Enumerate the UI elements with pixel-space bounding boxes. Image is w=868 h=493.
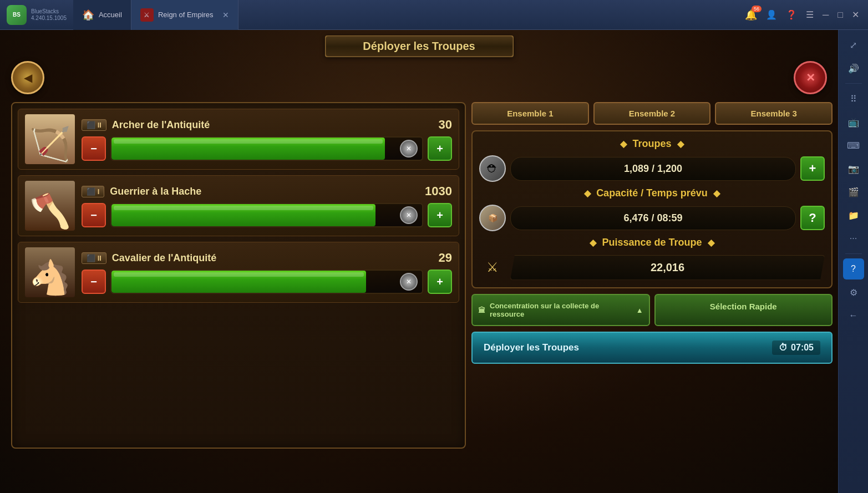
sidebar-divider-1 <box>845 83 862 84</box>
progress-icon-cavalry: ✕ <box>400 273 418 291</box>
more-btn[interactable]: ··· <box>843 228 864 249</box>
video-btn[interactable]: 🎬 <box>843 181 864 202</box>
troop-tier-cavalry: ⬛ II <box>82 252 106 264</box>
bluestacks-logo: BS BlueStacks4.240.15.1005 <box>0 5 73 25</box>
troops-stat-section: ◆ Troupes ◆ ⛑ 1,089 / 1,200 + ◆ Capacité… <box>471 130 833 288</box>
troop-count-archer: 30 <box>419 118 452 132</box>
help-icon[interactable]: ❓ <box>786 9 797 20</box>
progress-fill-warrior <box>111 204 375 226</box>
troop-avatar-archer: 🏹 <box>25 114 75 164</box>
deploy-button[interactable]: Déployer les Troupes ⏱ 07:05 <box>471 332 833 364</box>
progress-icon-archer: ✕ <box>400 140 418 157</box>
troop-name-warrior: Guerrier à la Hache <box>110 186 413 197</box>
troop-row-archer: 🏹 ⬛ II Archer de l'Antiquité 30 − <box>18 109 459 170</box>
power-stat-row: ⚔ 22,016 <box>479 254 825 281</box>
troops-plus-button[interactable]: + <box>800 156 825 181</box>
right-panel: Ensemble 1 Ensemble 2 Ensemble 3 ◆ Troup… <box>471 102 833 449</box>
diamond-icon-right-2: ◆ <box>713 188 720 199</box>
capacity-section-header: ◆ Capacité / Temps prévu ◆ <box>479 187 825 199</box>
troop-name-cavalry: Cavalier de l'Antiquité <box>112 252 413 264</box>
account-icon[interactable]: 👤 <box>766 9 777 20</box>
help-sidebar-btn[interactable]: ? <box>843 258 864 279</box>
concentration-button[interactable]: 🏛 Concentration sur la collecte de resso… <box>471 294 650 326</box>
topbar: BS BlueStacks4.240.15.1005 🏠 Accueil ⚔ R… <box>0 0 868 30</box>
plus-button-archer[interactable]: + <box>428 136 452 161</box>
deploy-label: Déployer les Troupes <box>484 342 579 353</box>
troop-tier-archer: ⬛ II <box>82 119 106 131</box>
troop-avatar-warrior: 🪓 <box>25 181 75 231</box>
minimize-icon[interactable]: ─ <box>823 10 829 20</box>
troop-row-cavalry: 🐴 ⬛ II Cavalier de l'Antiquité 29 − <box>18 242 459 303</box>
troop-name-row-cavalry: ⬛ II Cavalier de l'Antiquité 29 <box>82 251 452 265</box>
camera-btn[interactable]: 📷 <box>843 158 864 179</box>
action-buttons: 🏛 Concentration sur la collecte de resso… <box>471 294 833 326</box>
notification-button[interactable]: 🔔 56 <box>745 9 757 21</box>
swords-icon: ⚔ <box>479 254 506 281</box>
bs-logo-icon: BS <box>7 5 27 25</box>
troop-name-row-archer: ⬛ II Archer de l'Antiquité 30 <box>82 118 452 132</box>
menu-icon[interactable]: ☰ <box>806 9 814 20</box>
progress-icon-warrior: ✕ <box>400 206 418 224</box>
concentration-icon: 🏛 <box>478 306 485 314</box>
troop-info-warrior: ⬛ I Guerrier à la Hache 1030 − ✕ + <box>82 184 452 227</box>
ensemble-tab-3[interactable]: Ensemble 3 <box>715 102 833 125</box>
tab-close-icon[interactable]: ✕ <box>222 11 229 19</box>
volume-btn[interactable]: 🔊 <box>843 58 864 79</box>
troop-controls-archer: − ✕ + <box>82 136 452 161</box>
maximize-icon[interactable]: □ <box>837 10 843 20</box>
diamond-icon-left-1: ◆ <box>620 139 627 149</box>
minus-button-archer[interactable]: − <box>82 136 106 161</box>
progress-fill-cavalry <box>111 271 366 293</box>
grid-btn[interactable]: ⠿ <box>843 88 864 109</box>
troop-info-archer: ⬛ II Archer de l'Antiquité 30 − ✕ + <box>82 118 452 161</box>
diamond-icon-right-3: ◆ <box>708 237 714 248</box>
diamond-icon-left-3: ◆ <box>590 237 596 248</box>
progress-fill-archer <box>111 138 385 160</box>
progress-bar-warrior: ✕ <box>110 203 423 227</box>
minus-button-warrior[interactable]: − <box>82 203 106 227</box>
troops-stat-row: ⛑ 1,089 / 1,200 + <box>479 155 825 182</box>
troop-name-archer: Archer de l'Antiquité <box>112 119 413 131</box>
keyboard-btn[interactable]: ⌨ <box>843 135 864 156</box>
capacity-question-button[interactable]: ? <box>800 206 825 230</box>
troop-tier-warrior: ⬛ I <box>82 186 104 197</box>
screen-title: Déployer les Troupes <box>325 35 514 57</box>
ensemble-tab-2[interactable]: Ensemble 2 <box>593 102 711 125</box>
folder-btn[interactable]: 📁 <box>843 205 864 226</box>
diamond-icon-left-2: ◆ <box>584 188 591 199</box>
capacity-stat-row: 📦 6,476 / 08:59 ? <box>479 205 825 231</box>
plus-button-cavalry[interactable]: + <box>428 270 452 294</box>
expand-btn[interactable]: ⤢ <box>843 34 864 55</box>
right-sidebar: ⤢ 🔊 ⠿ 📺 ⌨ 📷 🎬 📁 ··· ? ⚙ ← <box>838 30 868 493</box>
tab-accueil[interactable]: 🏠 Accueil <box>73 0 131 30</box>
settings-sidebar-btn[interactable]: ⚙ <box>843 282 864 303</box>
back-button[interactable] <box>11 61 44 94</box>
capacity-value: 6,476 / 08:59 <box>510 206 796 230</box>
tv-btn[interactable]: 📺 <box>843 111 864 133</box>
ensemble-tabs: Ensemble 1 Ensemble 2 Ensemble 3 <box>471 102 833 125</box>
plus-button-warrior[interactable]: + <box>428 203 452 227</box>
ensemble-tab-1[interactable]: Ensemble 1 <box>471 102 589 125</box>
notification-badge: 56 <box>752 6 762 12</box>
progress-bar-archer: ✕ <box>110 136 423 161</box>
deploy-timer: ⏱ 07:05 <box>772 340 820 355</box>
troop-info-cavalry: ⬛ II Cavalier de l'Antiquité 29 − ✕ + <box>82 251 452 294</box>
close-app-icon[interactable]: ✕ <box>852 9 859 20</box>
back-sidebar-btn[interactable]: ← <box>843 305 864 326</box>
progress-bar-cavalry: ✕ <box>110 270 423 294</box>
selection-rapide-button[interactable]: Sélection Rapide <box>654 294 833 326</box>
helmet-icon: ⛑ <box>479 155 506 182</box>
game-ui: Déployer les Troupes 🏹 ⬛ II <box>0 30 838 493</box>
troop-name-row-warrior: ⬛ I Guerrier à la Hache 1030 <box>82 184 452 199</box>
troop-controls-warrior: − ✕ + <box>82 203 452 227</box>
close-button[interactable] <box>794 61 827 94</box>
timer-icon: ⏱ <box>779 343 788 353</box>
arrow-up-icon: ▲ <box>636 306 643 314</box>
troop-avatar-cavalry: 🐴 <box>25 247 75 297</box>
bs-version: BlueStacks4.240.15.1005 <box>31 8 67 22</box>
game-area: Déployer les Troupes 🏹 ⬛ II <box>0 30 838 493</box>
sidebar-divider-2 <box>845 253 862 254</box>
troop-count-warrior: 1030 <box>419 184 452 199</box>
minus-button-cavalry[interactable]: − <box>82 270 106 294</box>
tab-reign-of-empires[interactable]: ⚔ Reign of Empires ✕ <box>131 0 238 30</box>
